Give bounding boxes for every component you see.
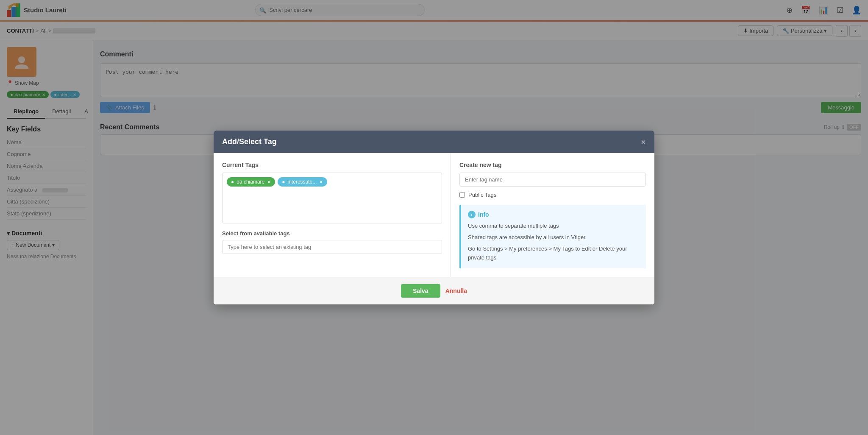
info-icon-box: i bbox=[468, 211, 476, 218]
modal-title: Add/Select Tag bbox=[222, 137, 277, 146]
modal-left-panel: Current Tags ● da chiamare ✕ ● interessa… bbox=[214, 153, 451, 276]
public-tags-row: Public Tags bbox=[459, 192, 646, 198]
annulla-button[interactable]: Annulla bbox=[445, 287, 467, 294]
info-text: Use comma to separate multiple tags Shar… bbox=[468, 222, 639, 262]
create-tag-label: Create new tag bbox=[459, 162, 646, 168]
tag-name-input[interactable] bbox=[459, 173, 646, 187]
tag-dot: ● bbox=[231, 179, 234, 185]
tag-dot-2: ● bbox=[282, 179, 285, 185]
info-line-2: Shared tags are accessible by all users … bbox=[468, 233, 639, 242]
info-line-3: Go to Settings > My preferences > My Tag… bbox=[468, 245, 639, 262]
modal-add-tag: Add/Select Tag × Current Tags ● da chiam… bbox=[214, 131, 654, 304]
modal-overlay: Add/Select Tag × Current Tags ● da chiam… bbox=[0, 0, 868, 435]
tag-remove-da-chiamare[interactable]: ✕ bbox=[267, 179, 271, 185]
info-header: i Info bbox=[468, 211, 639, 218]
info-title: Info bbox=[478, 211, 489, 218]
modal-close-button[interactable]: × bbox=[641, 138, 646, 146]
select-tags-input[interactable] bbox=[222, 240, 442, 254]
salva-button[interactable]: Salva bbox=[401, 284, 440, 298]
public-tags-label: Public Tags bbox=[468, 192, 496, 198]
modal-right-panel: Create new tag Public Tags i Info Use co… bbox=[451, 153, 654, 276]
modal-footer: Salva Annulla bbox=[214, 277, 654, 304]
info-line-1: Use comma to separate multiple tags bbox=[468, 222, 639, 231]
current-tags-label: Current Tags bbox=[222, 162, 442, 168]
modal-tag-interessato[interactable]: ● interessato... ✕ bbox=[278, 177, 327, 187]
select-tags-label: Select from available tags bbox=[222, 230, 442, 237]
current-tags-box: ● da chiamare ✕ ● interessato... ✕ bbox=[222, 173, 442, 223]
public-tags-checkbox[interactable] bbox=[459, 192, 465, 198]
tag-remove-interessato[interactable]: ✕ bbox=[319, 179, 323, 185]
modal-tag-da-chiamare[interactable]: ● da chiamare ✕ bbox=[227, 177, 275, 187]
modal-header: Add/Select Tag × bbox=[214, 131, 654, 153]
modal-body: Current Tags ● da chiamare ✕ ● interessa… bbox=[214, 153, 654, 276]
info-box: i Info Use comma to separate multiple ta… bbox=[459, 205, 646, 268]
